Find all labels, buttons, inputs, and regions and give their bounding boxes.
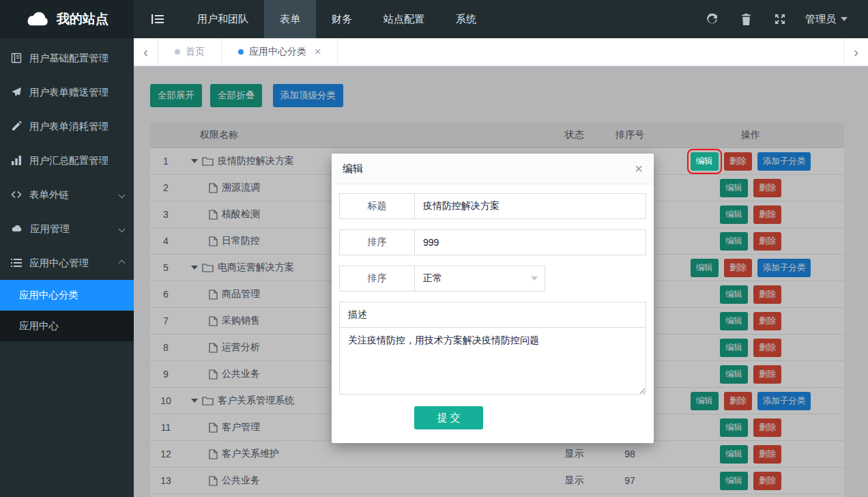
dialog-header: 编辑 × [332,154,654,184]
nav-system[interactable]: 系统 [440,0,492,38]
sidebar-subitem-label: 应用中心 [19,320,59,332]
sort-input[interactable] [415,230,646,255]
title-field-row: 标题 [339,193,646,219]
pen-icon [11,121,22,132]
chevron-down-icon [531,276,538,281]
sidebar-item-user-summary-config[interactable]: 用户汇总配置管理 [0,143,134,178]
chevron-down-icon [841,17,848,21]
dialog-body: 标题 排序 排序 正常 [332,184,654,429]
content-area: 全部展开 全部折叠 添加顶级分类 权限名称 状态 排序号 操作 1 疫情防控解决… [134,66,868,497]
hamburger-icon [151,14,164,25]
tab-bar: ‹ 首页 应用中心分类 × › [134,38,868,66]
nav-users-teams[interactable]: 用户和团队 [182,0,264,38]
trash-button[interactable] [729,14,763,25]
list-icon [11,258,22,268]
cloud-icon [11,224,23,233]
refresh-button[interactable] [695,14,729,25]
cloud-logo-icon [25,11,50,28]
sidebar-item-label: 用户表单消耗管理 [29,120,108,133]
sidebar-item-app-center[interactable]: 应用中心 [0,311,134,341]
status-select[interactable]: 正常 [415,266,545,291]
admin-label: 管理员 [805,13,836,26]
sidebar-item-label: 用户基础配置管理 [29,52,108,65]
top-nav: 用户和团队 表单 财务 站点配置 系统 管理 [134,0,868,38]
chevron-down-icon [119,191,126,198]
sidebar-item-label: 用户表单赠送管理 [29,86,108,99]
sidebar-item-user-base-config[interactable]: 用户基础配置管理 [0,41,134,75]
top-header: 我的站点 用户和团队 表单 财务 站点配置 系统 [0,0,868,38]
description-label: 描述 [339,302,646,328]
sidebar-toggle-button[interactable] [134,0,182,38]
sidebar-subitem-label: 应用中心分类 [19,289,78,302]
close-dialog-button[interactable]: × [635,162,643,175]
logo[interactable]: 我的站点 [0,0,134,38]
sidebar-item-form-consume[interactable]: 用户表单消耗管理 [0,109,134,143]
chevron-down-icon [119,225,126,232]
tabs-scroll-right-button[interactable]: › [843,38,868,66]
sidebar-item-label: 应用中心管理 [29,257,89,270]
dialog-title: 编辑 [343,162,363,175]
sort-field-label: 排序 [340,230,415,255]
sidebar-submenu: 应用中心分类 应用中心 [0,280,134,341]
trash-icon [741,14,751,25]
tab-home[interactable]: 首页 [158,38,222,66]
tab-dot-icon [238,49,244,55]
status-field-label: 排序 [340,266,415,291]
site-title: 我的站点 [57,10,108,28]
send-icon [11,87,22,98]
tab-label: 首页 [186,46,205,58]
tabs-scroll-left-button[interactable]: ‹ [134,38,158,66]
refresh-icon [706,14,718,25]
sidebar-item-label: 应用管理 [30,223,70,236]
chevron-up-icon [119,259,126,266]
fullscreen-icon [775,14,785,25]
edit-dialog: 编辑 × 标题 排序 排序 [332,154,654,443]
book-icon [11,53,22,63]
edit-button[interactable]: 编辑 [691,152,719,171]
fullscreen-button[interactable] [763,14,797,25]
nav-site-config[interactable]: 站点配置 [368,0,440,38]
sidebar-item-form-gift[interactable]: 用户表单赠送管理 [0,75,134,109]
tab-label: 应用中心分类 [249,46,306,58]
title-input[interactable] [415,194,646,218]
sidebar-item-app-center-category[interactable]: 应用中心分类 [0,280,134,311]
nav-items: 用户和团队 表单 财务 站点配置 系统 [182,0,492,38]
status-select-value: 正常 [423,272,442,285]
sidebar: 用户基础配置管理 用户表单赠送管理 用户表单消耗管理 用户汇总配置管理 表单外链… [0,38,134,497]
nav-forms[interactable]: 表单 [264,0,316,38]
sidebar-item-app-center-management[interactable]: 应用中心管理 [0,246,134,280]
tab-app-center-category[interactable]: 应用中心分类 × [222,38,338,66]
admin-menu[interactable]: 管理员 [797,13,856,26]
title-field-label: 标题 [340,194,415,218]
header-actions: 管理员 [695,0,868,38]
sidebar-item-app-management[interactable]: 应用管理 [0,212,134,246]
description-textarea[interactable]: 关注疫情防控，用技术方案解决疫情防控问题 [339,327,646,395]
close-tab-icon[interactable]: × [315,46,321,58]
bar-chart-icon [11,155,22,166]
tab-dot-icon [175,49,180,55]
sort-field-row: 排序 [339,229,646,255]
main-area: ‹ 首页 应用中心分类 × › 全部展开 全部折叠 添加顶级分类 [134,38,868,497]
sidebar-item-form-external-link[interactable]: 表单外链 [0,178,134,212]
status-field-row: 排序 正常 [339,266,545,292]
sidebar-item-label: 用户汇总配置管理 [29,154,108,167]
nav-finance[interactable]: 财务 [316,0,368,38]
sidebar-item-label: 表单外链 [29,188,69,201]
link-icon [11,189,22,200]
submit-button[interactable]: 提 交 [414,406,483,429]
